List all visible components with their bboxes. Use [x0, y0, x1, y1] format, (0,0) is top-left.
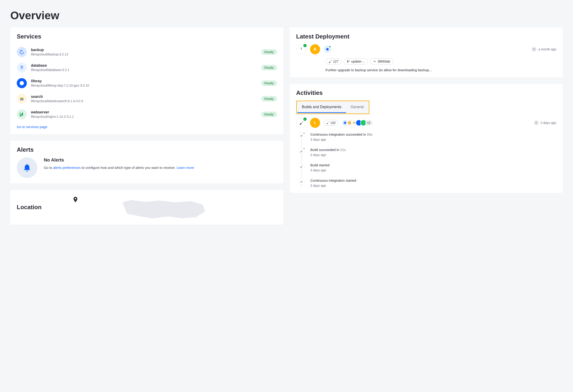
service-liferay[interactable]: liferay liferaycloud/liferay-dxp:7.2.10-… — [17, 75, 277, 91]
timeline-item[interactable]: ci Continuous integration started 3 days… — [310, 178, 556, 187]
clock-icon — [534, 120, 539, 125]
timeline-title: Continuous integration started — [310, 178, 556, 182]
webserver-icon — [17, 109, 27, 119]
svg-point-13 — [344, 122, 346, 124]
build-icon — [298, 148, 305, 154]
services-heading: Services — [17, 33, 277, 40]
alerts-preferences-link[interactable]: alerts preferences — [53, 166, 81, 170]
status-badge: Ready — [261, 65, 277, 70]
service-webserver[interactable]: webserver liferaycloud/nginx:1.14.2-3.1.… — [17, 106, 277, 122]
service-name: webserver — [31, 110, 257, 114]
services-card: Services backup liferaycloud/backup:3.2.… — [10, 28, 283, 134]
timeline-item[interactable]: Build succeeded in 21s 3 days ago — [310, 148, 556, 163]
tab-general[interactable]: General — [346, 102, 368, 113]
svg-rect-4 — [20, 98, 24, 99]
check-badge-icon: ✓ — [303, 117, 307, 121]
bell-icon — [17, 157, 37, 178]
timeline-time: 3 days ago — [310, 138, 556, 141]
svg-rect-6 — [20, 100, 24, 100]
avatar: A — [310, 44, 320, 54]
timeline-time: 3 days ago — [310, 168, 556, 172]
svg-point-0 — [20, 66, 23, 67]
map-pin-icon — [73, 197, 77, 204]
service-image: liferaycloud/liferay-dxp:7.2.10-ga1-3.0.… — [31, 84, 257, 87]
status-badge: Ready — [261, 112, 277, 117]
build-count-chip[interactable]: 132 — [324, 120, 338, 126]
timeline-time: 3 days ago — [310, 184, 556, 187]
svg-point-11 — [349, 61, 349, 61]
svg-rect-5 — [20, 99, 24, 100]
deployment-time: a month ago — [532, 47, 556, 52]
latest-deployment-card: Latest Deployment ✓ A a month ago — [290, 28, 563, 77]
timeline-title: Build succeeded in 21s — [310, 148, 556, 152]
service-database[interactable]: database liferaycloud/database:3.2.1 Rea… — [17, 60, 277, 75]
timeline-item[interactable]: Build started 3 days ago — [310, 163, 556, 178]
check-badge-icon: ✓ — [303, 44, 307, 48]
ci-icon: ci — [298, 132, 305, 139]
service-backup[interactable]: backup liferaycloud/backup:3.2.12 Ready — [17, 44, 277, 60]
activity-status-icon: ✓ — [296, 118, 306, 128]
build-icon — [326, 121, 329, 124]
service-image: liferaycloud/database:3.2.1 — [31, 68, 257, 72]
page-title: Overview — [10, 9, 563, 22]
svg-point-7 — [326, 48, 329, 51]
commit-icon — [373, 60, 376, 63]
learn-more-link[interactable]: Learn more — [177, 166, 194, 170]
build-icon — [298, 163, 305, 170]
svg-rect-14 — [353, 122, 355, 122]
service-name: backup — [31, 48, 257, 52]
location-card: Location — [10, 190, 283, 225]
location-heading: Location — [17, 204, 41, 211]
timeline-time: 3 days ago — [310, 153, 556, 157]
timeline-item[interactable]: ci Continuous integration succeeded in 5… — [310, 132, 556, 148]
svg-rect-15 — [353, 123, 355, 123]
map — [51, 195, 277, 223]
service-avatars: 🙂 +1 — [342, 119, 372, 126]
timeline-title: Continuous integration succeeded in 55s — [310, 132, 556, 136]
activity-time: 3 days ago — [534, 120, 556, 125]
status-badge: Ready — [261, 49, 277, 55]
svg-point-9 — [347, 60, 348, 61]
branch-chip[interactable]: update-... — [344, 58, 368, 64]
timeline-title: Build started — [310, 163, 556, 167]
alerts-title: No Alerts — [44, 157, 194, 163]
svg-point-10 — [347, 62, 348, 63]
service-image: liferaycloud/elasticsearch:6.1.4-3.0.3 — [31, 99, 257, 103]
status-badge: Ready — [261, 80, 277, 86]
service-image: liferaycloud/nginx:1.14.2-3.1.1 — [31, 115, 257, 119]
branch-icon — [347, 60, 350, 63]
tab-builds-deployments[interactable]: Builds and Deployments — [297, 102, 346, 113]
status-badge: Ready — [261, 96, 277, 102]
service-search[interactable]: search liferaycloud/elasticsearch:6.1.4-… — [17, 91, 277, 106]
alerts-description: Go to alerts preferences to configure ho… — [44, 165, 194, 170]
svg-point-1 — [20, 67, 23, 68]
commit-chip[interactable]: 38093ab — [370, 58, 393, 64]
activities-card: Activities Builds and Deployments Genera… — [290, 84, 563, 193]
build-number-chip[interactable]: 127 — [326, 58, 341, 64]
service-name: search — [31, 95, 257, 99]
ci-icon: ci — [298, 178, 305, 185]
deployment-message: Further upgrade to backup service (to al… — [326, 68, 556, 72]
deployment-status-icon: ✓ — [296, 44, 306, 54]
alerts-heading: Alerts — [17, 146, 277, 153]
svg-point-12 — [374, 61, 375, 62]
search-icon — [17, 94, 27, 104]
go-to-services-link[interactable]: Go to services page — [17, 125, 277, 129]
service-chip-icon — [324, 46, 331, 53]
svg-point-3 — [20, 81, 24, 85]
svg-point-2 — [20, 68, 23, 70]
service-image: liferaycloud/backup:3.2.12 — [31, 52, 257, 56]
clock-icon — [532, 47, 537, 52]
build-icon — [329, 60, 332, 63]
latest-deployment-heading: Latest Deployment — [296, 33, 556, 40]
activities-heading: Activities — [296, 89, 556, 96]
liferay-icon — [17, 78, 27, 88]
backup-icon — [17, 47, 27, 57]
database-icon — [17, 63, 27, 73]
avatar: L — [310, 118, 320, 128]
service-name: liferay — [31, 79, 257, 83]
alerts-card: Alerts No Alerts Go to alerts preference… — [10, 141, 283, 184]
avatar-overflow[interactable]: +1 — [365, 120, 372, 125]
activities-tabs-highlight: Builds and Deployments General — [296, 101, 369, 114]
service-name: database — [31, 64, 257, 68]
